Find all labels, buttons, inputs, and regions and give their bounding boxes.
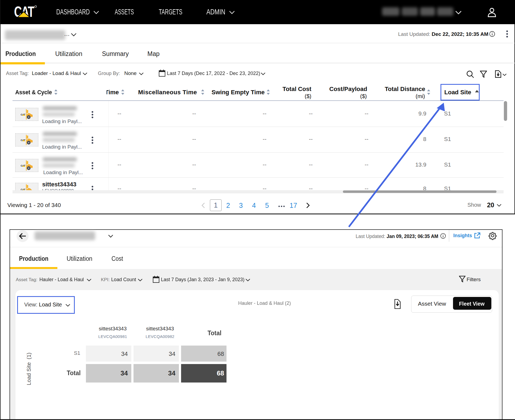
svg-text:CAT: CAT <box>21 188 26 190</box>
